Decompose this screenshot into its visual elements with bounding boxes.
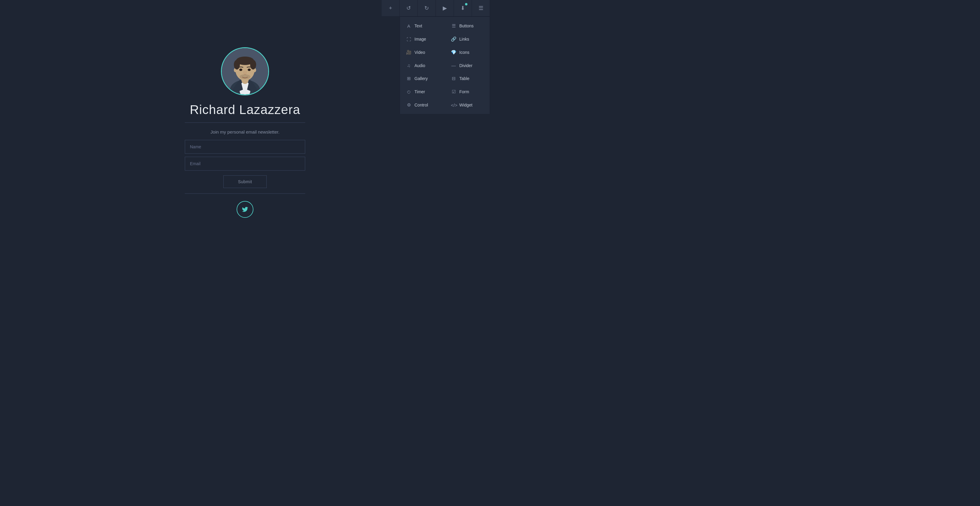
subtitle-text: Join my personal email newsletter. <box>210 129 279 135</box>
avatar <box>221 47 269 95</box>
widget-label: Widget <box>459 103 473 108</box>
icons-label: Icons <box>459 50 469 55</box>
dropdown-item-image[interactable]: ⛶ Image <box>400 32 445 46</box>
twitter-button[interactable] <box>237 201 253 218</box>
links-label: Links <box>459 37 469 41</box>
timer-label: Timer <box>414 89 425 94</box>
dropdown-grid: A Text ☰ Buttons ⛶ Image 🔗 Links 🎥 Video… <box>400 19 490 112</box>
video-label: Video <box>414 50 425 55</box>
dropdown-item-table[interactable]: ⊟ Table <box>445 72 490 85</box>
dropdown-item-links[interactable]: 🔗 Links <box>445 32 490 46</box>
email-input[interactable] <box>185 157 305 171</box>
dropdown-item-timer[interactable]: ⏲ Timer <box>400 85 445 98</box>
form-label: Form <box>459 89 469 94</box>
submit-button[interactable]: Submit <box>223 175 267 188</box>
divider-icon: — <box>451 63 456 68</box>
text-icon: A <box>406 24 412 29</box>
avatar-image <box>222 48 268 94</box>
svg-point-10 <box>250 60 256 70</box>
table-label: Table <box>459 76 469 81</box>
control-label: Control <box>414 103 428 108</box>
dropdown-item-text[interactable]: A Text <box>400 19 445 32</box>
svg-point-12 <box>248 68 251 71</box>
links-icon: 🔗 <box>451 36 456 42</box>
undo-button[interactable]: ↺ <box>400 0 418 17</box>
menu-button[interactable]: ☰ <box>472 0 490 17</box>
svg-point-9 <box>234 60 240 70</box>
dropdown-item-control[interactable]: ⚙ Control <box>400 98 445 112</box>
element-picker-dropdown: A Text ☰ Buttons ⛶ Image 🔗 Links 🎥 Video… <box>400 17 490 114</box>
widget-icon: </> <box>451 103 456 108</box>
timer-icon: ⏲ <box>406 89 412 94</box>
name-input[interactable] <box>185 140 305 154</box>
twitter-icon <box>242 206 248 213</box>
play-button[interactable]: ▶ <box>436 0 454 17</box>
dropdown-item-audio[interactable]: ♫ Audio <box>400 59 445 72</box>
gallery-label: Gallery <box>414 76 428 81</box>
dropdown-item-gallery[interactable]: ⊞ Gallery <box>400 72 445 85</box>
gallery-icon: ⊞ <box>406 76 412 81</box>
dropdown-item-widget[interactable]: </> Widget <box>445 98 490 112</box>
video-icon: 🎥 <box>406 50 412 55</box>
control-icon: ⚙ <box>406 102 412 108</box>
form-icon: ☑ <box>451 89 456 94</box>
page-content: Richard Lazazzera Join my personal email… <box>185 47 305 218</box>
image-label: Image <box>414 37 426 41</box>
buttons-icon: ☰ <box>451 23 456 29</box>
bottom-divider <box>185 194 305 194</box>
audio-icon: ♫ <box>406 63 412 68</box>
dropdown-item-buttons[interactable]: ☰ Buttons <box>445 19 490 32</box>
buttons-label: Buttons <box>459 24 473 28</box>
dropdown-item-form[interactable]: ☑ Form <box>445 85 490 98</box>
audio-label: Audio <box>414 63 425 68</box>
toolbar: + ↺ ↻ ▶ ⬇ ☰ <box>382 0 490 17</box>
text-label: Text <box>414 24 422 28</box>
top-divider <box>185 122 305 123</box>
redo-button[interactable]: ↻ <box>418 0 436 17</box>
svg-point-13 <box>240 74 250 79</box>
svg-point-11 <box>239 68 242 71</box>
dropdown-item-divider[interactable]: — Divider <box>445 59 490 72</box>
add-button[interactable]: + <box>382 0 400 17</box>
table-icon: ⊟ <box>451 76 456 81</box>
icons-icon: 💎 <box>451 50 456 55</box>
dropdown-item-video[interactable]: 🎥 Video <box>400 46 445 59</box>
dropdown-item-icons[interactable]: 💎 Icons <box>445 46 490 59</box>
divider-label: Divider <box>459 63 473 68</box>
save-button[interactable]: ⬇ <box>454 0 472 17</box>
person-name: Richard Lazazzera <box>189 103 300 117</box>
image-icon: ⛶ <box>406 37 412 42</box>
